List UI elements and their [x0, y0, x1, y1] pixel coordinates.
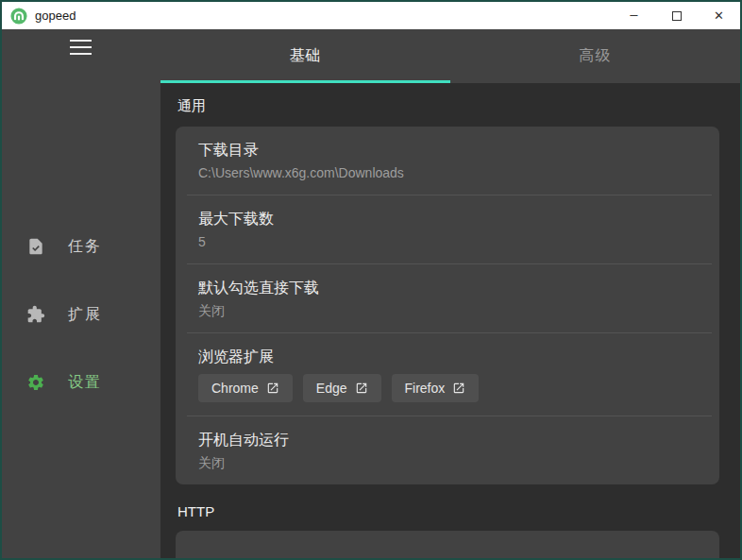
setting-title: 最大下载数 — [198, 209, 697, 229]
maximize-button[interactable] — [655, 2, 698, 29]
puzzle-extension-icon — [26, 305, 45, 324]
http-settings-card — [176, 531, 719, 558]
setting-row-browser-extension: 浏览器扩展 Chrome Edge — [176, 333, 719, 416]
gear-icon — [26, 373, 45, 392]
sidebar-item-label: 设置 — [68, 373, 102, 393]
settings-content: 基础 高级 通用 下载目录 C:\Users\www.x6g.com\Downl… — [160, 29, 740, 558]
open-in-new-icon — [355, 382, 368, 395]
setting-title: 默认勾选直接下载 — [198, 278, 697, 298]
hamburger-icon — [70, 40, 92, 42]
tab-basic[interactable]: 基础 — [160, 29, 450, 83]
firefox-button-label: Firefox — [405, 381, 446, 396]
section-header-general: 通用 — [177, 97, 719, 115]
setting-value: 关闭 — [198, 302, 697, 320]
sidebar-item-label: 任务 — [68, 237, 102, 257]
task-file-check-icon — [26, 237, 45, 256]
tab-advanced-label: 高级 — [580, 46, 612, 66]
minimize-icon: ─ — [631, 8, 638, 23]
settings-tabbar: 基础 高级 — [160, 29, 740, 83]
main-area: 任务 扩展 设置 — [2, 29, 740, 558]
gopeed-logo-icon — [10, 8, 27, 25]
firefox-extension-button[interactable]: Firefox — [392, 374, 480, 402]
tab-advanced[interactable]: 高级 — [450, 29, 740, 83]
setting-title: 开机自动运行 — [198, 430, 697, 450]
open-in-new-icon — [266, 382, 279, 395]
setting-value: C:\Users\www.x6g.com\Downloads — [198, 164, 697, 182]
edge-extension-button[interactable]: Edge — [303, 374, 381, 402]
edge-button-label: Edge — [316, 381, 347, 396]
general-settings-card: 下载目录 C:\Users\www.x6g.com\Downloads 最大下载… — [176, 127, 719, 484]
sidebar-item-settings[interactable]: 设置 — [2, 348, 160, 416]
sidebar-item-tasks[interactable]: 任务 — [2, 212, 160, 280]
sidebar-item-label: 扩展 — [68, 305, 102, 325]
setting-title: 下载目录 — [198, 140, 697, 161]
maximize-icon — [672, 11, 682, 21]
setting-row-download-dir[interactable]: 下载目录 C:\Users\www.x6g.com\Downloads — [176, 127, 719, 195]
close-icon: ✕ — [714, 8, 724, 23]
window-controls: ─ ✕ — [613, 2, 740, 29]
sidebar-nav: 任务 扩展 设置 — [2, 212, 160, 416]
open-in-new-icon — [452, 382, 465, 395]
setting-row-default-direct-download[interactable]: 默认勾选直接下载 关闭 — [176, 264, 719, 332]
setting-row-auto-start[interactable]: 开机自动运行 关闭 — [176, 416, 719, 484]
browser-extension-buttons: Chrome Edge — [198, 374, 697, 403]
window-title: gopeed — [35, 8, 76, 23]
setting-value: 5 — [198, 233, 697, 251]
settings-scroll-area[interactable]: 通用 下载目录 C:\Users\www.x6g.com\Downloads 最… — [160, 83, 740, 558]
chrome-extension-button[interactable]: Chrome — [198, 374, 293, 402]
sidebar-item-extensions[interactable]: 扩展 — [2, 280, 160, 348]
setting-title: 浏览器扩展 — [198, 347, 697, 367]
menu-toggle-button[interactable] — [70, 40, 92, 55]
setting-value: 关闭 — [198, 454, 697, 472]
minimize-button[interactable]: ─ — [613, 2, 655, 29]
sidebar: 任务 扩展 设置 — [2, 29, 160, 558]
section-header-http: HTTP — [177, 503, 719, 519]
chrome-button-label: Chrome — [211, 381, 259, 396]
close-button[interactable]: ✕ — [698, 2, 740, 29]
setting-row-max-downloads[interactable]: 最大下载数 5 — [176, 195, 719, 263]
tab-basic-label: 基础 — [290, 46, 322, 66]
titlebar: gopeed ─ ✕ — [2, 2, 740, 29]
gopeed-window: gopeed ─ ✕ — [0, 0, 742, 560]
